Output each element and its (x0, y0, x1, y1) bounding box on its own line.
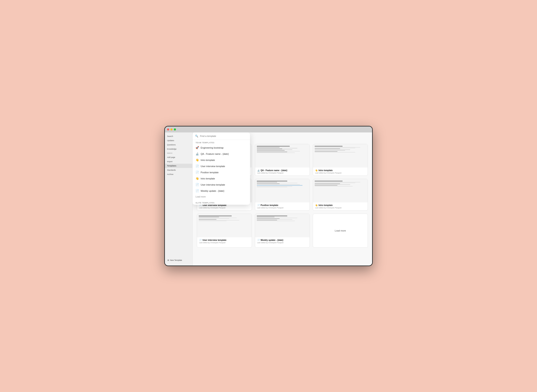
dropdown-item-engineering[interactable]: 🚀 Engineering bootstrap (193, 145, 250, 151)
intro-1-card-icon: 👋 (315, 169, 318, 172)
dropdown-item-user-interview-1-label: User interview template (201, 165, 225, 168)
template-preview-intro-2 (313, 179, 368, 202)
intro-1-icon: 👋 (195, 158, 199, 162)
sidebar-item-search[interactable]: Search (165, 134, 192, 138)
new-template-icon: ⊞ (167, 259, 169, 261)
new-template-button[interactable]: ⊞ New Template (166, 258, 191, 262)
template-meta-intro-2: Last edited by Christophe Pasquier (315, 207, 366, 209)
sidebar-item-templates[interactable]: Templates (165, 164, 192, 168)
search-box: 🔍 (193, 132, 250, 140)
position-card-icon: 📄 (257, 204, 260, 206)
template-info-intro-1: 👋 Intro template Last edited by Christop… (313, 168, 368, 176)
template-info-qa: 🔬 QA - Feature name - {date} Last edited… (255, 168, 310, 176)
template-name-qa: 🔬 QA - Feature name - {date} (257, 169, 308, 172)
maximize-dot[interactable] (174, 128, 176, 131)
user-interview-2-icon: 📄 (195, 183, 199, 186)
dropdown-item-intro-2-label: Intro template (201, 177, 215, 180)
user-interview-1-icon: 📄 (195, 164, 199, 168)
device-screen: Search Updates Questions Knowledge INBOX… (165, 126, 372, 266)
dropdown-load-more[interactable]: Load more (193, 194, 250, 200)
template-preview-weekly (255, 214, 310, 237)
template-meta-qa: Last edited by Christophe Pasquier (257, 172, 308, 174)
app-chrome (165, 126, 372, 132)
template-name-user-interview-2: 📄 User interview template (199, 239, 250, 241)
sidebar-item-questions[interactable]: Questions (165, 143, 192, 147)
dropdown-item-position-label: Position template (201, 171, 219, 174)
template-name-intro-2: 👋 Intro template (315, 204, 366, 206)
weekly-card-icon: 📄 (257, 239, 260, 241)
search-dropdown: 🔍 TEAM TEMPLATES 🚀 Engineering bootstrap… (193, 132, 250, 205)
weekly-icon: 📄 (195, 189, 199, 192)
sidebar-bottom: ⊞ New Template (165, 257, 192, 264)
engineering-icon: 🚀 (195, 146, 199, 149)
qa-card-icon: 🔬 (257, 169, 260, 172)
template-name-intro-1: 👋 Intro template (315, 169, 366, 172)
dropdown-item-engineering-label: Engineering bootstrap (201, 146, 223, 149)
template-info-user-interview-2: 📄 User interview template Last edited by… (197, 237, 252, 245)
template-meta-weekly: Last edited by Christophe Pasquier (257, 242, 308, 244)
template-info-position: 📄 Position template Last edited by Chris… (255, 202, 310, 210)
template-card-intro-1[interactable]: 👋 Intro template Last edited by Christop… (313, 144, 368, 176)
slite-templates-label: SLITE TEMPLATES (193, 200, 250, 205)
app-body: Search Updates Questions Knowledge INBOX… (165, 132, 372, 266)
dropdown-item-user-interview-2-label: User interview template (201, 183, 225, 186)
template-preview-user-interview-2 (197, 214, 252, 237)
template-card-qa[interactable]: 🔬 QA - Feature name - {date} Last edited… (255, 144, 310, 176)
intro-2-icon: 👋 (195, 177, 199, 180)
position-icon: 📄 (195, 171, 199, 174)
main-content: Team templates 🔍 TEAM TEMPLATES 🚀 Engine… (193, 132, 372, 266)
load-more-card[interactable]: Load more (313, 214, 368, 248)
template-preview-qa (255, 144, 310, 168)
template-meta-intro-1: Last edited by Christophe Pasquier (315, 172, 366, 174)
qa-icon: 🔬 (195, 152, 199, 155)
team-templates-label: TEAM TEMPLATES (193, 140, 250, 145)
user-interview-2-card-icon: 📄 (199, 239, 202, 241)
sidebar-item-updates[interactable]: Updates (165, 138, 192, 143)
sidebar: Search Updates Questions Knowledge INBOX… (165, 132, 193, 266)
dropdown-item-qa-label: QA - Feature name - {date} (201, 153, 229, 155)
sidebar-item-standards[interactable]: Standards (165, 168, 192, 172)
dropdown-item-intro-1-label: Intro template (201, 159, 215, 161)
template-card-weekly[interactable]: 📄 Weekly update - {date} Last edited by … (255, 214, 310, 248)
template-card-user-interview-2[interactable]: 📄 User interview template Last edited by… (197, 214, 252, 248)
dropdown-item-intro-2[interactable]: 👋 Intro template (193, 175, 250, 182)
search-icon: 🔍 (195, 135, 198, 138)
load-more-label: Load more (335, 229, 346, 232)
template-meta-position: Last edited by Christophe Pasquier (257, 207, 308, 209)
template-info-intro-2: 👋 Intro template Last edited by Christop… (313, 202, 368, 210)
dropdown-item-position[interactable]: 📄 Position template (193, 169, 250, 175)
dropdown-item-qa[interactable]: 🔬 QA - Feature name - {date} (193, 151, 250, 157)
template-card-intro-2[interactable]: 👋 Intro template Last edited by Christop… (313, 179, 368, 211)
new-template-label: New Template (170, 259, 182, 261)
template-card-position[interactable]: 📄 Position template Last edited by Chris… (255, 179, 310, 211)
sidebar-item-import[interactable]: Import (165, 159, 192, 164)
template-name-weekly: 📄 Weekly update - {date} (257, 239, 308, 241)
template-meta-user-interview-1: Last edited by Christophe Pasquier (199, 207, 250, 209)
dropdown-item-weekly[interactable]: 📄 Weekly update - {date} (193, 188, 250, 194)
dropdown-item-user-interview-1[interactable]: 📄 User interview template (193, 163, 250, 169)
template-preview-position (255, 179, 310, 202)
intro-2-card-icon: 👋 (315, 204, 318, 206)
search-input[interactable] (200, 135, 247, 137)
dropdown-item-intro-1[interactable]: 👋 Intro template (193, 157, 250, 163)
template-preview-intro-1 (313, 144, 368, 168)
template-name-position: 📄 Position template (257, 204, 308, 206)
sidebar-item-add-page[interactable]: Add page (165, 155, 192, 159)
sidebar-item-archive[interactable]: Archive (165, 172, 192, 177)
minimize-dot[interactable] (171, 128, 172, 131)
sidebar-item-knowledge[interactable]: Knowledge (165, 147, 192, 151)
dropdown-item-user-interview-2[interactable]: 📄 User interview template (193, 182, 250, 188)
template-info-weekly: 📄 Weekly update - {date} Last edited by … (255, 237, 310, 245)
dropdown-item-weekly-label: Weekly update - {date} (201, 190, 224, 192)
device-frame: Search Updates Questions Knowledge INBOX… (164, 126, 373, 266)
template-meta-user-interview-2: Last edited by Christophe Pasquier (199, 242, 250, 244)
close-dot[interactable] (167, 128, 169, 131)
sidebar-item-inbox[interactable]: INBOX (165, 151, 192, 155)
